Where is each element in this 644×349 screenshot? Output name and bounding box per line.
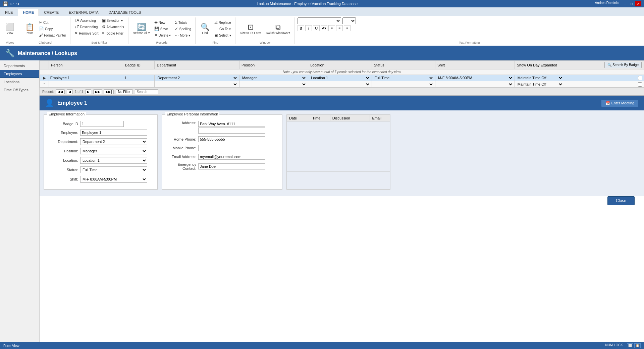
new-row-badgeid[interactable]: [123, 81, 155, 88]
cell-shift[interactable]: M-F 8:00AM-5:00PM M-F 9:00AM-6:00PM: [435, 75, 515, 81]
size-to-fit-button[interactable]: ⊡ Size to Fit Form: [238, 22, 263, 36]
new-status-select[interactable]: [373, 82, 434, 87]
quick-access-redo[interactable]: ↪: [16, 1, 19, 6]
maximize-button[interactable]: □: [629, 1, 635, 6]
new-maintain-time-off-select[interactable]: Maintain Time Off: [516, 82, 563, 87]
advanced-button[interactable]: ⚙Advanced ▾: [101, 24, 125, 30]
location-select[interactable]: Location 1 Location 2: [310, 76, 370, 80]
delete-record-button[interactable]: ✕Delete ▾: [153, 32, 172, 38]
tab-home[interactable]: HOME: [18, 9, 39, 16]
sidebar-item-locations[interactable]: Locations: [0, 78, 39, 86]
select-button[interactable]: ▣Select ▾: [213, 32, 232, 38]
address-line2-input[interactable]: [198, 128, 265, 134]
shift-select[interactable]: M-F 8:00AM-5:00PM M-F 9:00AM-6:00PM: [437, 76, 513, 80]
new-row-position[interactable]: [239, 81, 308, 88]
sidebar-item-timeofftypes[interactable]: Time Off Types: [0, 86, 39, 94]
sidebar-item-departments[interactable]: Departments: [0, 62, 39, 70]
new-row-department[interactable]: [155, 81, 239, 88]
address-line1-input[interactable]: [198, 121, 265, 127]
quick-access-save[interactable]: 💾: [3, 1, 8, 6]
new-record-button[interactable]: ✚New: [153, 19, 172, 26]
cell-badgeid[interactable]: [123, 75, 155, 81]
selection-button[interactable]: ▣Selection ▾: [101, 17, 125, 23]
tab-database-tools[interactable]: DATABASE TOOLS: [103, 8, 146, 16]
cut-button[interactable]: ✂Cut: [38, 19, 67, 26]
position-field-select[interactable]: Manager Employee Supervisor: [80, 148, 147, 154]
search-by-badge-button[interactable]: 🔍 Search By Badge: [604, 62, 642, 68]
new-badgeid-input[interactable]: [124, 82, 153, 86]
underline-button[interactable]: U: [313, 25, 320, 31]
new-row-status[interactable]: [372, 81, 435, 88]
font-color-button[interactable]: A▾: [321, 25, 327, 31]
badgeid-input[interactable]: [124, 76, 138, 80]
new-row-person[interactable]: [49, 81, 123, 88]
new-row-location[interactable]: [308, 81, 372, 88]
new-shift-select[interactable]: [437, 82, 513, 87]
datasheet-view-btn[interactable]: ⬜: [627, 343, 633, 348]
new-row-show-expanded[interactable]: Maintain Time Off: [515, 81, 644, 88]
cell-status[interactable]: Full Time Part Time: [372, 75, 435, 81]
minimize-button[interactable]: ─: [622, 1, 628, 6]
person-input[interactable]: [50, 76, 121, 80]
new-person-input[interactable]: [50, 82, 121, 86]
cell-department[interactable]: Department 2 Department 1 Department 3: [155, 75, 239, 81]
home-phone-input[interactable]: [198, 136, 265, 142]
ascending-button[interactable]: ↑AAscending: [73, 17, 100, 23]
maintain-time-off-select[interactable]: Maintain Time Off: [516, 76, 563, 80]
new-department-select[interactable]: [156, 82, 238, 87]
paste-button[interactable]: 📋 Paste: [23, 22, 36, 36]
first-record-button[interactable]: ◀◀: [56, 89, 65, 94]
cell-person[interactable]: [49, 75, 123, 81]
department-select[interactable]: Department 2 Department 1 Department 3: [156, 76, 238, 80]
font-family-select[interactable]: [298, 17, 341, 24]
tab-file[interactable]: FILE: [0, 8, 18, 16]
replace-button[interactable]: ⇄Replace: [213, 19, 232, 26]
tab-create[interactable]: CREATE: [39, 8, 64, 16]
refresh-all-button[interactable]: 🔄 Refresh All ▾: [131, 22, 152, 36]
position-select[interactable]: Manager Employee Supervisor: [241, 76, 307, 80]
italic-button[interactable]: I: [305, 25, 312, 31]
format-painter-button[interactable]: 🖌Format Painter: [38, 32, 67, 38]
find-button[interactable]: 🔍 Find: [198, 22, 212, 36]
totals-button[interactable]: ΣTotals: [173, 19, 193, 26]
new-location-select[interactable]: [310, 82, 370, 87]
badge-id-input[interactable]: [80, 121, 124, 127]
emergency-contact-input[interactable]: [198, 163, 265, 169]
new-nav-button[interactable]: ▶▶|: [104, 89, 114, 94]
status-field-select[interactable]: Full Time Part Time: [80, 166, 147, 173]
align-left-button[interactable]: ≡: [328, 25, 335, 31]
switch-windows-button[interactable]: ⧉ Switch Windows ▾: [264, 22, 292, 36]
cell-show-expanded[interactable]: Maintain Time Off: [515, 75, 644, 81]
view-button[interactable]: ⬜ View: [3, 22, 17, 36]
quick-access-undo[interactable]: ↩: [10, 1, 14, 6]
cell-location[interactable]: Location 1 Location 2: [308, 75, 372, 81]
employee-name-input[interactable]: [80, 130, 147, 136]
email-input[interactable]: [198, 154, 265, 160]
toggle-filter-button[interactable]: ≡Toggle Filter: [101, 30, 125, 36]
next-record-button[interactable]: ▶: [85, 89, 91, 94]
show-expanded-checkbox[interactable]: [638, 76, 642, 80]
cell-position[interactable]: Manager Employee Supervisor: [239, 75, 308, 81]
copy-button[interactable]: 📄Copy: [38, 26, 67, 32]
location-field-select[interactable]: Location 1 Location 2: [80, 157, 147, 164]
nav-search-input[interactable]: [135, 89, 158, 94]
close-window-button[interactable]: ✕: [635, 1, 641, 6]
mobile-phone-input[interactable]: [198, 145, 265, 151]
font-size-select[interactable]: [342, 17, 356, 24]
new-show-expanded-checkbox[interactable]: [638, 82, 642, 87]
descending-button[interactable]: ↓ZDescending: [73, 24, 100, 30]
status-select[interactable]: Full Time Part Time: [373, 76, 434, 80]
remove-sort-button[interactable]: ✕Remove Sort: [73, 30, 100, 36]
goto-button[interactable]: →Go To ▾: [213, 26, 232, 32]
department-field-select[interactable]: Department 2 Department 1 Department 3: [80, 138, 147, 145]
align-center-button[interactable]: ≡: [336, 25, 343, 31]
align-right-button[interactable]: ≡: [344, 25, 351, 31]
shift-field-select[interactable]: M-F 8:00AM-5:00PM M-F 9:00AM-6:00PM: [80, 176, 147, 183]
bold-button[interactable]: B: [298, 25, 304, 31]
spelling-button[interactable]: ✓Spelling: [173, 26, 193, 32]
new-position-select[interactable]: [241, 82, 307, 87]
new-row-shift[interactable]: [435, 81, 515, 88]
form-view-btn[interactable]: 📋: [634, 343, 641, 348]
more-button[interactable]: ⋯More ▾: [173, 32, 193, 38]
sidebar-item-employees[interactable]: Employees: [0, 70, 39, 78]
